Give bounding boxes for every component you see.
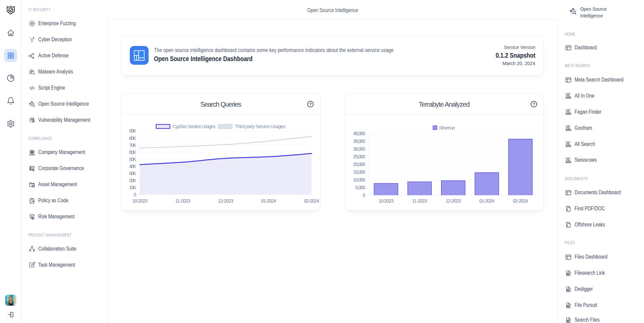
svg-text:20K: 20K [129, 178, 137, 183]
svg-text:10-2023: 10-2023 [132, 198, 148, 204]
svg-text:10K: 10K [129, 185, 137, 190]
svg-text:11-2023: 11-2023 [412, 198, 427, 204]
svg-text:01-2024: 01-2024 [261, 198, 276, 204]
svg-text:02-2024: 02-2024 [304, 198, 319, 204]
svg-text:12-2023: 12-2023 [218, 198, 233, 204]
svg-text:10,000: 10,000 [353, 177, 365, 182]
svg-text:25,000: 25,000 [353, 154, 365, 159]
svg-text:30,000: 30,000 [353, 146, 365, 152]
svg-text:Search Queries: Search Queries [201, 101, 241, 108]
svg-text:50K: 50K [129, 157, 137, 162]
svg-text:5,000: 5,000 [355, 185, 365, 190]
svg-text:40,000: 40,000 [353, 131, 365, 136]
svg-text:Revenue: Revenue [439, 125, 455, 130]
svg-text:35,000: 35,000 [353, 139, 365, 144]
svg-text:80K: 80K [129, 136, 137, 141]
svg-text:40K: 40K [129, 164, 137, 169]
svg-text:11-2023: 11-2023 [175, 198, 191, 204]
svg-text:0: 0 [133, 192, 136, 197]
svg-text:Terrabyte Analyzed: Terrabyte Analyzed [419, 101, 470, 108]
svg-text:70K: 70K [129, 143, 137, 148]
svg-text:60K: 60K [129, 150, 137, 155]
svg-text:01-2024: 01-2024 [479, 198, 494, 204]
svg-text:?: ? [533, 102, 535, 107]
svg-text:10-2023: 10-2023 [378, 198, 393, 204]
svg-text:Third party Service Usages: Third party Service Usages [235, 124, 285, 129]
svg-text:15,000: 15,000 [353, 169, 365, 175]
svg-text:02-2024: 02-2024 [513, 198, 528, 204]
svg-text:12-2023: 12-2023 [446, 198, 461, 204]
svg-text:90K: 90K [129, 128, 137, 133]
svg-text:30K: 30K [129, 171, 137, 176]
svg-text:?: ? [309, 102, 312, 107]
svg-text:0: 0 [363, 193, 365, 198]
svg-text:CypSec Service Usages: CypSec Service Usages [173, 124, 216, 129]
svg-text:20,000: 20,000 [353, 162, 365, 167]
